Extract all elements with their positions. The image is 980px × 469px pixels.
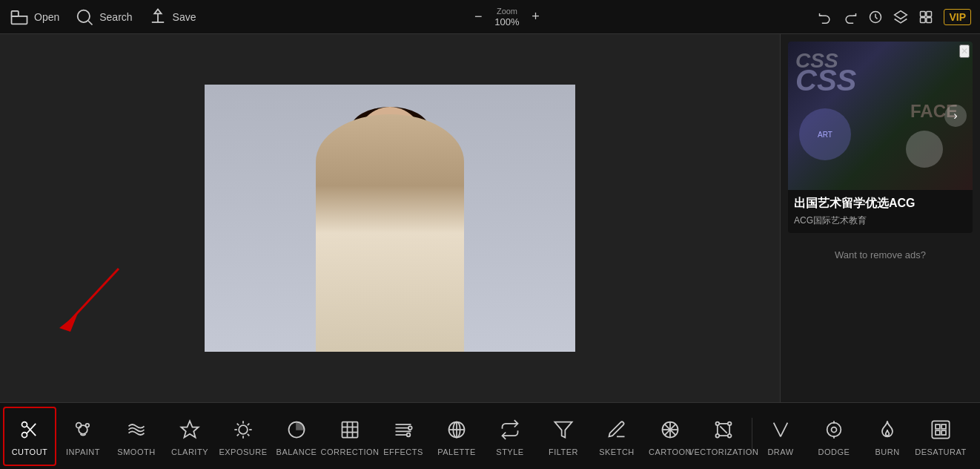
remove-ads-link[interactable]: Want to remove ads?	[781, 240, 980, 269]
svg-marker-5	[895, 10, 907, 19]
translate-button[interactable]	[918, 10, 933, 24]
toolbar-left: Open Search Save	[9, 7, 196, 27]
svg-point-18	[86, 423, 90, 427]
figure-body	[316, 114, 464, 352]
balance-label: BALANCE	[277, 447, 317, 456]
filter-icon	[550, 416, 577, 443]
inpaint-icon	[70, 416, 96, 443]
tool-item-dodge[interactable]: DODGE	[807, 407, 861, 466]
zoom-info: Zoom 100%	[494, 6, 519, 27]
search-button[interactable]: Search	[74, 7, 132, 27]
svg-rect-7	[927, 11, 932, 16]
svg-point-17	[76, 422, 82, 427]
open-button[interactable]: Open	[9, 7, 59, 27]
tool-item-clarity[interactable]: CLARITY	[163, 407, 216, 466]
tool-item-balance[interactable]: BALANCE	[270, 407, 323, 466]
vectorization-label: VECTORIZATION	[689, 447, 759, 456]
undo-button[interactable]	[818, 10, 832, 24]
svg-point-51	[716, 422, 720, 425]
svg-line-28	[237, 433, 239, 435]
svg-point-39	[408, 426, 412, 430]
tool-item-smooth[interactable]: SMOOTH	[110, 407, 163, 466]
cutout-label: CUTOUT	[12, 447, 48, 456]
top-toolbar: Open Search Save − Zoom 100% +	[0, 0, 980, 34]
svg-point-1	[78, 10, 90, 22]
cartoon-icon	[657, 416, 683, 443]
tool-item-style[interactable]: STYLE	[483, 407, 537, 466]
vectorization-icon	[710, 416, 737, 443]
arrow-indicator	[44, 261, 141, 335]
dodge-label: DODGE	[818, 447, 850, 456]
history-button[interactable]	[868, 10, 883, 24]
correction-icon	[337, 416, 363, 443]
tool-item-burn[interactable]: BURN	[861, 407, 914, 466]
cutout-icon	[16, 416, 43, 443]
ad-title: 出国艺术留学优选ACG	[794, 196, 967, 211]
svg-point-54	[728, 433, 732, 437]
canvas-area	[0, 34, 780, 402]
tool-item-effects[interactable]: EFFECTS	[377, 407, 430, 466]
bottom-toolbar: CUTOUT INPAINT SMOOTH CLARITY EXPOSURE B…	[0, 402, 980, 469]
save-label: Save	[173, 11, 196, 23]
ad-container: 广告 ✕ CSS FACE ART › 出国艺术留学优选ACG ACG国际艺术教…	[788, 42, 973, 233]
open-label: Open	[34, 11, 59, 23]
ad-close-button[interactable]: ✕	[959, 45, 970, 58]
layers-button[interactable]	[893, 10, 908, 24]
toolbar-center: − Zoom 100% +	[196, 6, 818, 27]
svg-marker-11	[59, 313, 78, 332]
tool-item-sketch[interactable]: SKETCH	[590, 407, 643, 466]
save-button[interactable]: Save	[148, 7, 196, 27]
svg-line-27	[248, 423, 249, 424]
zoom-out-button[interactable]: −	[469, 7, 487, 25]
redo-button[interactable]	[843, 10, 858, 24]
sketch-label: SKETCH	[599, 447, 635, 456]
svg-point-40	[407, 433, 411, 436]
svg-rect-9	[927, 17, 932, 22]
tool-item-inpaint[interactable]: INPAINT	[56, 407, 110, 466]
zoom-in-button[interactable]: +	[527, 7, 545, 25]
svg-rect-8	[921, 17, 926, 22]
clarity-icon	[176, 416, 203, 443]
zoom-title: Zoom	[494, 6, 519, 16]
burn-icon	[874, 416, 901, 443]
svg-rect-62	[936, 424, 940, 429]
main-content: 广告 ✕ CSS FACE ART › 出国艺术留学优选ACG ACG国际艺术教…	[0, 34, 980, 402]
smooth-label: SMOOTH	[117, 447, 155, 456]
correction-label: CORRECTION	[321, 447, 380, 456]
filter-label: FILTER	[549, 447, 578, 456]
svg-point-53	[716, 433, 720, 437]
svg-rect-64	[936, 430, 940, 435]
clarity-label: CLARITY	[171, 447, 208, 456]
tool-item-palette[interactable]: PALETTE	[430, 407, 483, 466]
svg-line-26	[248, 433, 249, 435]
tool-item-exposure[interactable]: EXPOSURE	[216, 407, 270, 466]
tool-item-filter[interactable]: FILTER	[537, 407, 590, 466]
style-label: STYLE	[496, 447, 523, 456]
tool-item-desaturat[interactable]: DESATURAT	[914, 407, 967, 466]
cartoon-label: CARTOON	[649, 447, 692, 456]
svg-rect-30	[342, 422, 358, 437]
svg-line-55	[781, 422, 787, 436]
tool-item-correction[interactable]: CORRECTION	[323, 407, 377, 466]
ad-next-button[interactable]: ›	[944, 105, 967, 127]
ad-image: CSS FACE ART ›	[788, 42, 973, 190]
portrait-image	[205, 85, 575, 352]
ad-text: 出国艺术留学优选ACG ACG国际艺术教育	[788, 190, 973, 233]
burn-label: BURN	[875, 447, 899, 456]
tool-item-vectorization[interactable]: VECTORIZATION	[697, 407, 750, 466]
svg-line-15	[27, 423, 36, 433]
toolbar-right: VIP	[818, 9, 971, 25]
svg-rect-65	[941, 430, 946, 435]
svg-line-56	[774, 422, 781, 436]
vip-badge[interactable]: VIP	[944, 9, 971, 25]
tool-item-cutout[interactable]: CUTOUT	[3, 407, 56, 466]
svg-point-58	[832, 427, 837, 432]
style-icon	[497, 416, 523, 443]
desaturat-label: DESATURAT	[915, 447, 967, 456]
tool-item-cartoon[interactable]: CARTOON	[643, 407, 697, 466]
tool-item-draw[interactable]: DRAW	[754, 407, 807, 466]
right-panel: 广告 ✕ CSS FACE ART › 出国艺术留学优选ACG ACG国际艺术教…	[780, 34, 980, 402]
svg-point-52	[728, 422, 732, 425]
draw-label: DRAW	[767, 447, 793, 456]
svg-line-2	[89, 21, 93, 24]
